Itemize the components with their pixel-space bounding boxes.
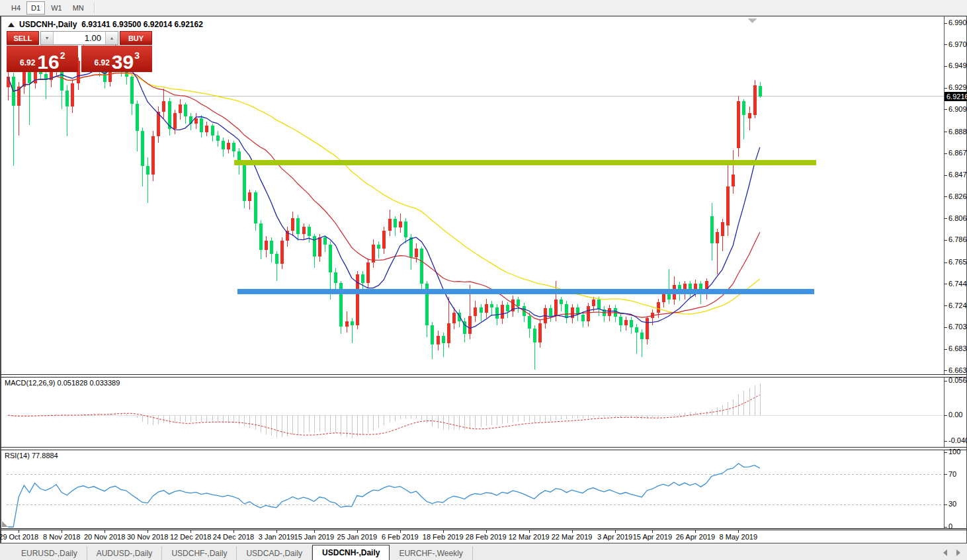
candle bbox=[194, 118, 198, 124]
candle bbox=[361, 274, 364, 283]
price-tick-label: 6.66310 bbox=[948, 366, 967, 374]
candle bbox=[587, 306, 590, 321]
timeframe-button-h4[interactable]: H4 bbox=[7, 1, 25, 15]
candle bbox=[468, 316, 472, 334]
candle bbox=[151, 136, 155, 175]
price-tick-label: 6.88810 bbox=[948, 128, 967, 136]
candle bbox=[265, 241, 268, 250]
price-tick-label: 6.70390 bbox=[948, 323, 967, 331]
price-tick-label: 6.72430 bbox=[948, 301, 967, 309]
candle bbox=[323, 237, 327, 245]
candle bbox=[329, 245, 332, 272]
macd-tick-label: 0.00 bbox=[948, 411, 962, 419]
candle bbox=[22, 69, 26, 87]
tab-usdcad-daily[interactable]: USDCAD-,Daily bbox=[237, 546, 312, 560]
tab-scroll-right-icon[interactable] bbox=[956, 549, 960, 556]
price-tick-label: 6.90910 bbox=[948, 105, 967, 113]
ma-slow-line bbox=[8, 73, 760, 315]
candle bbox=[270, 241, 273, 255]
price-tick-label: 6.78610 bbox=[948, 235, 967, 243]
price-tick-label: 6.82690 bbox=[948, 192, 967, 200]
candle bbox=[742, 101, 745, 115]
resistance-ray[interactable] bbox=[234, 160, 816, 165]
date-label: 8 May 2019 bbox=[713, 533, 763, 541]
ask-price-box[interactable]: 6.92393 bbox=[81, 46, 153, 72]
support-ray[interactable] bbox=[237, 289, 814, 294]
tab-audusd-daily[interactable]: AUDUSD-,Daily bbox=[87, 546, 163, 560]
price-tick-label: 6.74470 bbox=[948, 280, 967, 288]
tab-usdcnh-daily[interactable]: USDCNH-,Daily bbox=[312, 545, 390, 560]
chart-window: USDCNH-,Daily 6.93141 6.93500 6.92014 6.… bbox=[0, 16, 967, 543]
candle bbox=[173, 113, 177, 129]
rsi-tick-label: 0 bbox=[948, 522, 952, 530]
macd-pane: MACD(12,26,9) 0.051828 0.033389 0.056211… bbox=[1, 378, 966, 447]
tab-usdchf-daily[interactable]: USDCHF-,Daily bbox=[162, 546, 237, 560]
candle bbox=[136, 104, 139, 132]
ma-mid-line bbox=[8, 73, 760, 319]
bid-price-prefix: 6.92 bbox=[20, 58, 35, 67]
candle bbox=[480, 307, 483, 313]
tab-eurchf-weekly[interactable]: EURCHF-,Weekly bbox=[390, 546, 472, 560]
candle bbox=[302, 227, 306, 234]
price-tick-label: 6.97030 bbox=[948, 40, 967, 48]
candle bbox=[597, 300, 601, 309]
buy-button[interactable]: BUY bbox=[120, 31, 152, 45]
candle bbox=[377, 245, 380, 249]
rsi-label: RSI(14) 77.8884 bbox=[5, 452, 58, 460]
candle bbox=[710, 216, 714, 244]
timeframe-button-w1[interactable]: W1 bbox=[46, 1, 67, 15]
ma-fast-line bbox=[8, 63, 760, 329]
tab-eurusd-daily[interactable]: EURUSD-,Daily bbox=[12, 546, 87, 560]
price-tick-label: 6.86770 bbox=[948, 149, 967, 157]
candle bbox=[351, 321, 354, 325]
chart-tab-bar: EURUSD-,DailyAUDUSD-,DailyUSDCHF-,DailyU… bbox=[0, 543, 967, 560]
candle bbox=[554, 300, 558, 315]
candle bbox=[538, 323, 542, 342]
candle bbox=[399, 221, 402, 228]
collapse-arrow-icon[interactable] bbox=[8, 22, 15, 27]
volume-decrease-icon[interactable]: ▾ bbox=[41, 32, 54, 44]
candle bbox=[759, 86, 762, 97]
macd-label: MACD(12,26,9) 0.051828 0.033389 bbox=[5, 379, 120, 387]
candle bbox=[721, 222, 724, 236]
candle bbox=[141, 131, 144, 166]
candle bbox=[222, 141, 225, 149]
volume-input[interactable]: 1.00 bbox=[54, 32, 105, 44]
pane-resize-grip[interactable] bbox=[2, 521, 8, 527]
trade-prices-row: 6.92162 6.92393 bbox=[7, 46, 152, 72]
candle bbox=[291, 218, 294, 231]
ask-price-pips: 39 bbox=[112, 54, 134, 71]
candle bbox=[232, 143, 235, 151]
scroll-marker-icon[interactable] bbox=[747, 19, 757, 23]
candle bbox=[619, 317, 622, 325]
candle bbox=[630, 320, 633, 327]
price-tick-label: 6.68350 bbox=[948, 344, 967, 352]
one-click-trading-panel: SELL ▾ 1.00 ▴ BUY 6.92162 6.92393 bbox=[7, 31, 152, 72]
tab-scroll-left-icon[interactable] bbox=[943, 549, 947, 556]
chart-title: USDCNH-,Daily 6.93141 6.93500 6.92014 6.… bbox=[8, 20, 203, 29]
price-tick-label: 6.84730 bbox=[948, 171, 967, 179]
date-axis: 29 Oct 20188 Nov 201820 Nov 201830 Nov 2… bbox=[1, 530, 966, 543]
candle bbox=[495, 307, 499, 319]
candle bbox=[275, 254, 278, 263]
macd-tick-label: 0.056211 bbox=[948, 376, 967, 384]
timeframe-button-mn[interactable]: MN bbox=[68, 1, 89, 15]
candle bbox=[640, 333, 644, 339]
timeframe-button-d1[interactable]: D1 bbox=[26, 1, 45, 15]
macd-tick-label: -0.040218 bbox=[948, 436, 967, 444]
price-tick-label: 6.76510 bbox=[948, 258, 967, 266]
candle bbox=[162, 101, 165, 112]
candle bbox=[581, 315, 585, 321]
sell-button[interactable]: SELL bbox=[7, 31, 39, 45]
candle bbox=[254, 192, 257, 223]
rsi-canvas[interactable] bbox=[1, 450, 967, 528]
rsi-line bbox=[8, 463, 760, 527]
candle bbox=[608, 308, 611, 315]
candle bbox=[259, 223, 263, 250]
price-tick-label: 6.92950 bbox=[948, 83, 967, 91]
candle bbox=[394, 219, 397, 227]
bid-price-box[interactable]: 6.92162 bbox=[7, 46, 78, 72]
volume-increase-icon[interactable]: ▴ bbox=[105, 32, 118, 44]
macd-canvas[interactable] bbox=[1, 378, 967, 447]
candle bbox=[447, 323, 450, 343]
